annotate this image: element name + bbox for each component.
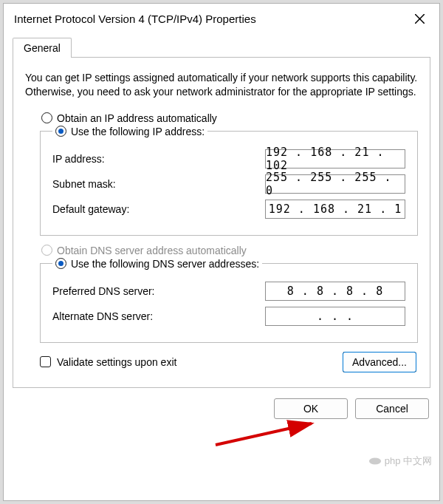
gateway-label: Default gateway: bbox=[52, 203, 259, 215]
radio-dns-auto-label: Obtain DNS server address automatically bbox=[57, 245, 247, 256]
general-panel: You can get IP settings assigned automat… bbox=[13, 57, 430, 388]
advanced-button[interactable]: Advanced... bbox=[343, 352, 416, 372]
radio-icon bbox=[41, 245, 52, 256]
svg-point-3 bbox=[369, 458, 381, 465]
watermark-logo-icon bbox=[368, 454, 382, 468]
dialog-window: Internet Protocol Version 4 (TCP/IPv4) P… bbox=[3, 3, 440, 501]
ip-fieldset: Use the following IP address: IP address… bbox=[40, 126, 418, 236]
radio-dns-manual-label: Use the following DNS server addresses: bbox=[71, 258, 259, 270]
alternate-dns-label: Alternate DNS server: bbox=[52, 310, 259, 322]
radio-icon bbox=[41, 112, 52, 123]
gateway-input[interactable]: 192 . 168 . 21 . 1 bbox=[265, 200, 405, 219]
watermark-text: php 中文网 bbox=[385, 454, 432, 468]
radio-ip-auto-label: Obtain an IP address automatically bbox=[57, 112, 217, 124]
preferred-dns-input[interactable]: 8 . 8 . 8 . 8 bbox=[265, 282, 405, 301]
row-subnet: Subnet mask: 255 . 255 . 255 . 0 bbox=[52, 174, 405, 194]
radio-ip-auto[interactable]: Obtain an IP address automatically bbox=[41, 112, 418, 124]
radio-dns-manual[interactable]: Use the following DNS server addresses: bbox=[55, 258, 259, 270]
preferred-dns-label: Preferred DNS server: bbox=[52, 285, 259, 297]
dns-fieldset: Use the following DNS server addresses: … bbox=[40, 258, 418, 343]
radio-ip-manual-label: Use the following IP address: bbox=[71, 126, 205, 137]
bottom-row: Validate settings upon exit Advanced... bbox=[40, 352, 416, 372]
radio-dns-auto: Obtain DNS server address automatically bbox=[41, 245, 418, 256]
row-alternate-dns: Alternate DNS server: . . . bbox=[52, 307, 405, 326]
ip-address-label: IP address: bbox=[52, 153, 259, 165]
ok-button[interactable]: OK bbox=[274, 398, 348, 419]
dialog-footer: OK Cancel bbox=[4, 394, 439, 429]
radio-icon bbox=[55, 126, 66, 137]
row-gateway: Default gateway: 192 . 168 . 21 . 1 bbox=[52, 200, 405, 219]
close-icon bbox=[415, 14, 425, 24]
radio-ip-manual[interactable]: Use the following IP address: bbox=[55, 126, 205, 137]
close-button[interactable] bbox=[407, 10, 432, 27]
radio-icon bbox=[55, 258, 66, 269]
titlebar: Internet Protocol Version 4 (TCP/IPv4) P… bbox=[4, 4, 439, 35]
subnet-input[interactable]: 255 . 255 . 255 . 0 bbox=[265, 174, 405, 194]
window-title: Internet Protocol Version 4 (TCP/IPv4) P… bbox=[14, 13, 407, 25]
validate-label: Validate settings upon exit bbox=[57, 356, 176, 368]
tab-strip: General bbox=[4, 38, 439, 58]
cancel-button[interactable]: Cancel bbox=[355, 398, 429, 419]
tab-general[interactable]: General bbox=[13, 38, 72, 58]
watermark: php 中文网 bbox=[368, 454, 432, 468]
intro-text: You can get IP settings assigned automat… bbox=[25, 71, 418, 99]
row-preferred-dns: Preferred DNS server: 8 . 8 . 8 . 8 bbox=[52, 282, 405, 301]
alternate-dns-input[interactable]: . . . bbox=[265, 307, 405, 326]
validate-checkbox[interactable] bbox=[40, 356, 51, 367]
subnet-label: Subnet mask: bbox=[52, 178, 259, 190]
row-ip-address: IP address: 192 . 168 . 21 . 102 bbox=[52, 149, 405, 168]
ip-address-input[interactable]: 192 . 168 . 21 . 102 bbox=[265, 149, 405, 168]
